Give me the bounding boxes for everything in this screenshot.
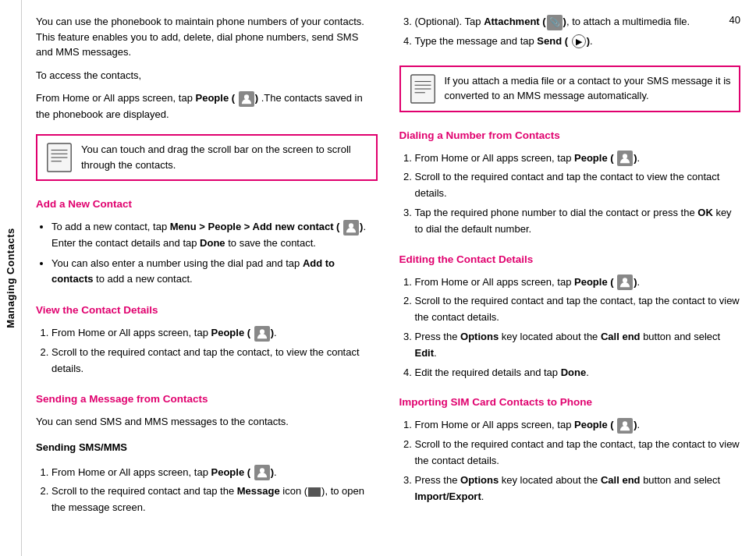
import-heading: Importing SIM Card Contacts to Phone	[399, 396, 741, 408]
right-column: 40 (Optional). Tap Attachment (📎), to at…	[399, 14, 741, 542]
edit-step-2: Scroll to the required contact and tap t…	[415, 293, 741, 326]
svg-point-0	[244, 94, 249, 99]
intro-text: You can use the phonebook to maintain ph…	[36, 14, 378, 60]
view-step-2: Scroll to the required contact and tap t…	[51, 345, 378, 377]
view-step-1: From Home or All apps screen, tap People…	[51, 325, 378, 342]
note-box-1: You can touch and drag the scroll bar on…	[36, 134, 378, 181]
message-icon	[308, 487, 321, 497]
send-step-3: (Optional). Tap Attachment (📎), to attac…	[415, 14, 741, 30]
svg-point-7	[260, 329, 264, 334]
access-text2: From Home or All apps screen, tap People…	[36, 90, 378, 122]
people-icon-d1	[617, 151, 633, 166]
access-text: To access the contacts,	[36, 68, 378, 83]
send-list: From Home or All apps screen, tap People…	[36, 465, 378, 519]
edit-step-1: From Home or All apps screen, tap People…	[415, 274, 741, 291]
note-text-2: If you attach a media file or a contact …	[445, 73, 732, 104]
send-arrow-icon: ▶	[572, 34, 586, 48]
editing-list: From Home or All apps screen, tap People…	[399, 274, 741, 384]
send-step-2: Scroll to the required contact and tap t…	[51, 483, 378, 516]
people-icon	[239, 91, 254, 107]
people-icon-add	[343, 220, 359, 236]
svg-point-14	[623, 154, 627, 158]
edit-step-3: Press the Options key located about the …	[415, 329, 741, 362]
dialing-list: From Home or All apps screen, tap People…	[399, 151, 741, 241]
send-heading: Sending a Message from Contacts	[36, 393, 378, 405]
page-number: 40	[729, 14, 740, 26]
import-step-2: Scroll to the required contact and tap t…	[415, 437, 741, 469]
import-step-3: Press the Options key located about the …	[415, 473, 741, 505]
dial-step-2: Scroll to the required contact and tap t…	[415, 169, 741, 202]
view-list: From Home or All apps screen, tap People…	[36, 325, 378, 380]
add-contact-item-2: You can also enter a number using the di…	[51, 256, 378, 289]
send-step-1: From Home or All apps screen, tap People…	[51, 465, 378, 481]
send-step-4: Type the message and tap Send ( ▶).	[415, 34, 741, 50]
sidebar: Managing Contacts	[0, 0, 22, 556]
dial-step-1: From Home or All apps screen, tap People…	[415, 151, 741, 167]
svg-point-16	[623, 421, 627, 426]
send-list-continued: (Optional). Tap Attachment (📎), to attac…	[399, 14, 741, 53]
note-icon-1	[45, 142, 73, 173]
view-heading: View the Contact Details	[36, 304, 378, 316]
svg-point-15	[623, 278, 627, 282]
people-icon-s1	[254, 465, 270, 480]
sidebar-label: Managing Contacts	[5, 228, 16, 328]
attachment-icon: 📎	[547, 15, 563, 30]
svg-point-6	[349, 223, 353, 228]
people-icon-e1	[617, 274, 633, 290]
send-intro: You can send SMS and MMS messages to the…	[36, 414, 378, 430]
editing-heading: Editing the Contact Details	[399, 253, 741, 265]
people-icon-i1	[617, 418, 633, 434]
add-contact-list: To add a new contact, tap Menu > People …	[36, 219, 378, 292]
send-sms-heading: Sending SMS/MMS	[36, 440, 378, 455]
dialing-heading: Dialing a Number from Contacts	[399, 129, 741, 141]
note-box-2: If you attach a media file or a contact …	[399, 66, 741, 112]
add-contact-item-1: To add a new contact, tap Menu > People …	[51, 219, 378, 252]
note-icon-2	[409, 73, 437, 104]
import-list: From Home or All apps screen, tap People…	[399, 417, 741, 508]
dial-step-3: Tap the required phone number to dial th…	[415, 205, 741, 238]
main-content: You can use the phonebook to maintain ph…	[22, 0, 756, 556]
add-contact-heading: Add a New Contact	[36, 198, 378, 210]
note-text-1: You can touch and drag the scroll bar on…	[81, 142, 368, 173]
svg-point-8	[260, 469, 264, 473]
import-step-1: From Home or All apps screen, tap People…	[415, 417, 741, 434]
left-column: You can use the phonebook to maintain ph…	[36, 14, 378, 542]
people-icon-v1	[254, 326, 270, 342]
edit-step-4: Edit the required details and tap Done.	[415, 365, 741, 381]
